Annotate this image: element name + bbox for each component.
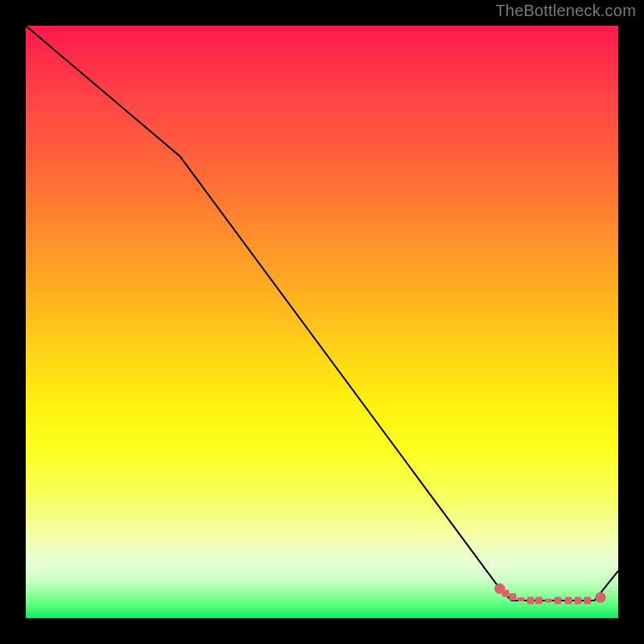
- svg-rect-8: [565, 597, 572, 604]
- plot-area: [26, 26, 618, 618]
- svg-rect-7: [554, 597, 561, 604]
- curve-line: [26, 26, 618, 601]
- svg-rect-9: [574, 597, 581, 604]
- svg-rect-2: [509, 593, 516, 601]
- svg-rect-10: [584, 597, 591, 604]
- watermark-text: TheBottleneck.com: [495, 2, 636, 20]
- svg-rect-5: [535, 597, 543, 604]
- svg-rect-3: [518, 597, 525, 601]
- svg-rect-6: [545, 598, 552, 602]
- chart-overlay: [26, 26, 618, 618]
- chart-frame: TheBottleneck.com: [0, 0, 644, 644]
- svg-point-11: [595, 592, 605, 603]
- svg-rect-4: [527, 597, 535, 604]
- svg-rect-1: [502, 590, 510, 597]
